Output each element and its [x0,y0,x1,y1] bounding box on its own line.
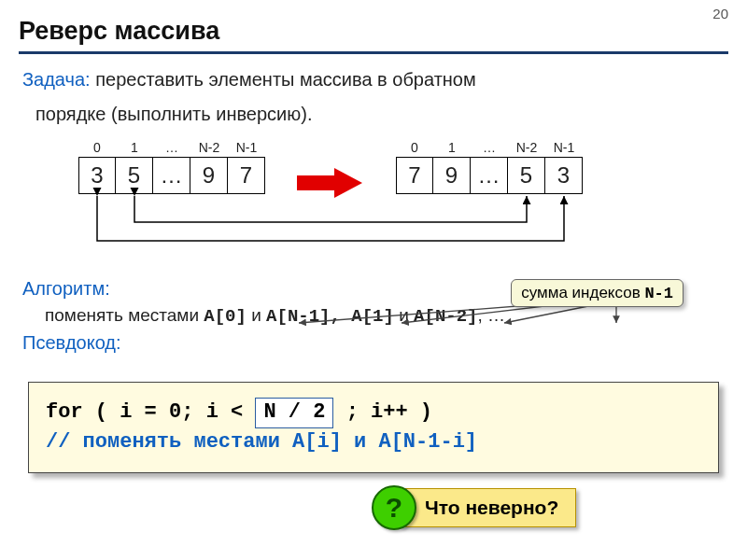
callout-text: сумма индексов [521,284,644,301]
algo-pair2a: A[1] [351,306,394,327]
array-cell: 3 [545,157,583,194]
idx: N-2 [190,140,228,155]
algo-and1: и [247,305,266,325]
callout-expr: N-1 [644,285,673,302]
array-cell: … [471,157,508,194]
code-line-1: for ( i = 0; i < N / 2 ; i++ ) [46,398,701,428]
right-index-row: 0 1 … N-2 N-1 [396,140,583,155]
transform-arrow-icon [293,164,368,206]
code-line-2: // поменять местами A[i] и A[N-1-i] [46,428,701,457]
array-cell: 7 [228,157,265,194]
svg-marker-1 [334,168,362,198]
task-line: Задача: переставить элементы массива в о… [22,67,725,92]
idx: N-1 [228,140,265,155]
question-footer: ? Что неверно? [355,485,576,530]
array-cell: 7 [396,157,433,194]
idx: N-1 [545,140,583,155]
array-cell: 9 [190,157,228,194]
idx: 1 [116,140,153,155]
algo-sep: , [331,306,352,327]
task-label: Задача: [22,69,91,90]
algo-prefix: поменять местами [45,305,204,325]
algo-suffix: , … [478,305,506,325]
code-1a: for ( i = 0; i < [46,400,255,424]
left-array: 3 5 … 9 7 [78,157,265,194]
pseudocode-box: for ( i = 0; i < N / 2 ; i++ ) // поменя… [28,382,719,473]
title-rule [19,51,728,54]
array-diagram: 0 1 … N-2 N-1 3 5 … 9 7 0 1 … N-2 N-1 [22,140,725,271]
algo-pair2b: A[N-2] [414,306,477,327]
idx: 1 [433,140,471,155]
idx: 0 [78,140,116,155]
array-cell: … [153,157,190,194]
idx: … [471,140,508,155]
array-cell: 5 [116,157,153,194]
array-cell: 9 [433,157,471,194]
idx: N-2 [508,140,545,155]
svg-rect-0 [297,175,334,190]
algo-and2: и [394,305,414,325]
question-mark-icon: ? [372,485,416,530]
task-text-2: порядке (выполнить инверсию). [35,102,725,127]
right-array: 7 9 … 5 3 [396,157,583,194]
index-sum-callout: сумма индексов N-1 [511,279,684,307]
idx: 0 [396,140,433,155]
algo-pair1a: A[0] [204,306,247,327]
algorithm-text: поменять местами A[0] и A[N-1], A[1] и A… [45,305,725,327]
left-index-row: 0 1 … N-2 N-1 [78,140,265,155]
array-cell: 3 [78,157,116,194]
content-area: Задача: переставить элементы массива в о… [22,67,725,354]
code-1b: ; i++ ) [333,400,432,424]
question-text: Что неверно? [400,488,576,527]
algo-pair1b: A[N-1] [266,306,330,327]
code-highlight: N / 2 [255,398,333,428]
task-text-1: переставить элементы массива в обратном [91,69,476,90]
page-number: 20 [712,6,728,21]
slide-title: Реверс массива [19,17,747,46]
array-cell: 5 [508,157,545,194]
idx: … [153,140,190,155]
pseudocode-label: Псевдокод: [22,332,725,354]
